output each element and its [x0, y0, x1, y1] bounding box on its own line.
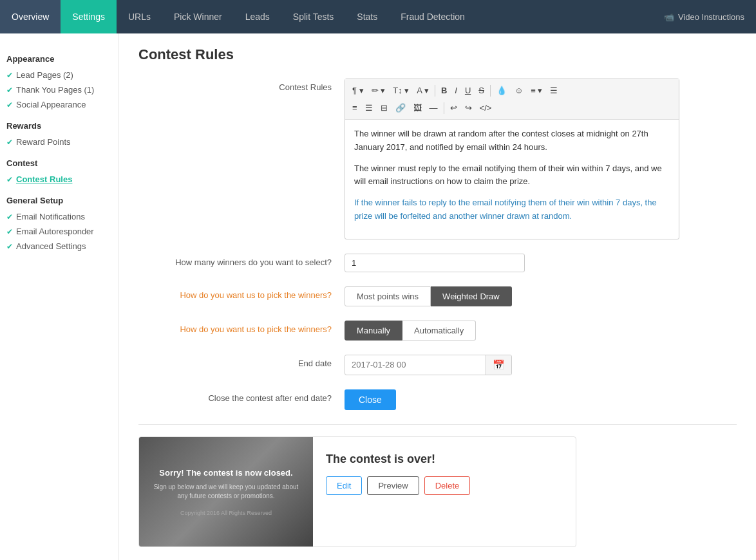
delete-button[interactable]: Delete: [424, 476, 471, 495]
editor-body[interactable]: The winner will be drawn at random after…: [345, 120, 679, 239]
toolbar-row-1: ¶ ▾ ✏ ▾ T↕ ▾ A ▾ B I U S 💧 ☺: [349, 82, 675, 98]
toolbar-separator: [490, 85, 491, 97]
nav-split-tests[interactable]: Split Tests: [281, 0, 346, 33]
contest-rules-label: Contest Rules: [138, 79, 345, 92]
toolbar-hr[interactable]: —: [426, 101, 441, 115]
sidebar-item-email-autoresponder[interactable]: ✔ Email Autoresponder: [6, 224, 118, 239]
sidebar-item-lead-pages[interactable]: ✔ Lead Pages (2): [6, 68, 118, 82]
thumbnail-signup-text: Sign up below and we will keep you updat…: [152, 483, 300, 501]
toolbar-image[interactable]: 🖼: [410, 101, 425, 115]
nav-pick-winner[interactable]: Pick Winner: [162, 0, 234, 33]
sidebar-item-social-appearance[interactable]: ✔ Social Appearance: [6, 97, 118, 112]
editor-toolbar: ¶ ▾ ✏ ▾ T↕ ▾ A ▾ B I U S 💧 ☺: [345, 79, 679, 120]
contest-over-section: Sorry! The contest is now closed. Sign u…: [138, 436, 576, 547]
page-title: Contest Rules: [138, 46, 737, 63]
check-icon: ✔: [6, 242, 13, 251]
contest-rules-editor-area: ¶ ▾ ✏ ▾ T↕ ▾ A ▾ B I U S 💧 ☺: [345, 79, 737, 239]
preview-button[interactable]: Preview: [367, 476, 419, 495]
toolbar-text-size[interactable]: T↕ ▾: [390, 84, 412, 97]
pick-manually-label: How do you want us to pick the winners?: [138, 321, 345, 334]
video-icon: 📹: [664, 12, 674, 22]
check-icon: ✔: [6, 138, 13, 147]
close-contest-label: Close the contest after end date?: [138, 389, 345, 403]
sidebar: Appearance ✔ Lead Pages (2) ✔ Thank You …: [0, 33, 119, 560]
check-icon: ✔: [6, 71, 13, 80]
nav-settings[interactable]: Settings: [61, 0, 117, 33]
check-icon: ✔: [6, 86, 13, 95]
toolbar-link[interactable]: 🔗: [392, 101, 409, 115]
main-content: Contest Rules Contest Rules ¶ ▾ ✏ ▾ T↕ ▾…: [119, 33, 756, 560]
sidebar-item-reward-points[interactable]: ✔ Reward Points: [6, 135, 118, 149]
contest-thumbnail: Sorry! The contest is now closed. Sign u…: [139, 437, 313, 546]
contest-actions: Edit Preview Delete: [326, 476, 563, 495]
end-date-input[interactable]: [345, 356, 486, 373]
contest-rules-row: Contest Rules ¶ ▾ ✏ ▾ T↕ ▾ A ▾ B I U: [138, 79, 737, 239]
winners-count-label: How many winners do you want to select?: [138, 254, 345, 267]
editor-wrapper: The winner will be drawn at random after…: [345, 120, 679, 239]
video-instructions[interactable]: 📹 Video Instructions: [652, 0, 756, 33]
close-contest-row: Close the contest after end date? Close: [138, 389, 737, 410]
manually-group: Manually Automatically: [345, 321, 737, 341]
pick-manually-row: How do you want us to pick the winners? …: [138, 321, 737, 341]
toolbar-undo[interactable]: ↩: [447, 101, 460, 115]
sidebar-item-contest-rules[interactable]: ✔ Contest Rules: [6, 172, 118, 187]
toolbar-dropcap[interactable]: 💧: [493, 84, 510, 97]
editor-paragraph-2: The winner must reply to the email notif…: [354, 162, 670, 189]
toolbar-source[interactable]: </>: [477, 101, 495, 115]
nav-stats[interactable]: Stats: [345, 0, 389, 33]
divider: [138, 424, 737, 425]
check-icon: ✔: [6, 100, 13, 109]
toolbar-bold[interactable]: B: [438, 84, 450, 97]
layout: Appearance ✔ Lead Pages (2) ✔ Thank You …: [0, 33, 756, 560]
nav-overview[interactable]: Overview: [0, 0, 61, 33]
toolbar-redo[interactable]: ↪: [462, 101, 475, 115]
calendar-icon-btn[interactable]: 📅: [486, 355, 511, 375]
toolbar-italic[interactable]: I: [451, 84, 460, 97]
toolbar-indent[interactable]: ⊟: [377, 101, 391, 115]
end-date-row: End date 📅: [138, 355, 737, 375]
toolbar-strikethrough[interactable]: S: [475, 84, 487, 97]
toolbar-font-color[interactable]: A ▾: [413, 84, 432, 97]
sidebar-item-email-notifications[interactable]: ✔ Email Notifications: [6, 209, 118, 224]
top-nav: Overview Settings URLs Pick Winner Leads…: [0, 0, 756, 33]
end-date-control: 📅: [345, 355, 737, 375]
editor-paragraph-1: The winner will be drawn at random after…: [354, 127, 670, 154]
automatically-btn[interactable]: Automatically: [402, 321, 476, 341]
check-icon: ✔: [6, 212, 13, 221]
toolbar-ul[interactable]: ≡: [349, 101, 361, 115]
close-contest-button[interactable]: Close: [345, 389, 396, 410]
thumbnail-copyright-text: Copyright 2016 All Rights Reserved: [180, 510, 272, 516]
winners-count-row: How many winners do you want to select?: [138, 254, 737, 272]
pick-most-points-btn[interactable]: Most points wins: [345, 286, 431, 306]
toolbar-paragraph[interactable]: ¶ ▾: [349, 84, 367, 97]
end-date-label: End date: [138, 355, 345, 368]
nav-fraud-detection[interactable]: Fraud Detection: [389, 0, 477, 33]
edit-button[interactable]: Edit: [326, 476, 362, 495]
toolbar-align[interactable]: ≡ ▾: [527, 84, 545, 97]
thumbnail-sorry-text: Sorry! The contest is now closed.: [159, 467, 292, 479]
editor-paragraph-3: If the winner fails to reply to the emai…: [354, 196, 670, 223]
toolbar-format[interactable]: ✏ ▾: [368, 84, 389, 97]
toolbar-emoji[interactable]: ☺: [511, 84, 526, 97]
toolbar-row-2: ≡ ☰ ⊟ 🔗 🖼 — ↩ ↪ </>: [349, 100, 675, 116]
date-input-wrap: 📅: [345, 355, 512, 375]
thumbnail-overlay: Sorry! The contest is now closed. Sign u…: [139, 437, 313, 546]
sidebar-section-rewards: Rewards: [6, 121, 118, 131]
nav-leads[interactable]: Leads: [234, 0, 281, 33]
pick-winners-method-control: Most points wins Weighted Draw: [345, 286, 737, 306]
contest-over-title: The contest is over!: [326, 453, 563, 466]
sidebar-item-thank-you-pages[interactable]: ✔ Thank You Pages (1): [6, 82, 118, 97]
manually-btn[interactable]: Manually: [345, 321, 402, 341]
winners-count-input[interactable]: [345, 254, 525, 272]
toolbar-underline[interactable]: U: [462, 84, 474, 97]
toolbar-list[interactable]: ☰: [547, 84, 561, 97]
pick-winners-method-group: Most points wins Weighted Draw: [345, 286, 737, 306]
sidebar-item-advanced-settings[interactable]: ✔ Advanced Settings: [6, 239, 118, 254]
pick-manually-control: Manually Automatically: [345, 321, 737, 341]
pick-weighted-draw-btn[interactable]: Weighted Draw: [431, 286, 512, 306]
nav-urls[interactable]: URLs: [117, 0, 162, 33]
check-icon: ✔: [6, 175, 13, 184]
check-icon: ✔: [6, 227, 13, 236]
toolbar-ol[interactable]: ☰: [362, 101, 376, 115]
sidebar-section-general-setup: General Setup: [6, 196, 118, 205]
